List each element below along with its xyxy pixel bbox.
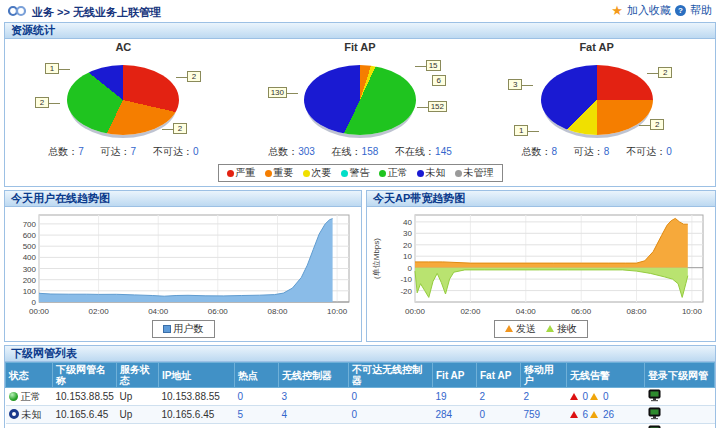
svg-text:08:00: 08:00 xyxy=(267,307,288,316)
svg-text:100: 100 xyxy=(23,287,37,296)
fit-ap-count-link[interactable]: 0 xyxy=(433,424,477,428)
nms-list-panel: 下级网管列表 状态下级网管名称服务状态IP地址热点无线控制器不可达无线控制器Fi… xyxy=(4,345,716,428)
svg-text:04:00: 04:00 xyxy=(148,307,169,316)
ac-slice-callout: 2 xyxy=(35,97,49,108)
major-alarm-icon xyxy=(590,393,598,400)
fat-ap-count-link[interactable]: 2 xyxy=(477,388,521,406)
major-alarm-count-link[interactable]: 26 xyxy=(603,409,614,420)
breadcrumb-separator: >> xyxy=(57,6,70,18)
ac-slice-callout: 2 xyxy=(173,123,187,134)
controller-count-link[interactable]: 3 xyxy=(279,388,349,406)
hotspot-count-link[interactable]: 5 xyxy=(235,406,279,424)
mobile-user-count-link[interactable]: 759 xyxy=(521,406,567,424)
critical-alarm-count-link[interactable]: 6 xyxy=(583,409,589,420)
status-cell: 未知 xyxy=(6,406,53,424)
unreachable-controller-count-link[interactable]: 0 xyxy=(349,424,433,428)
status-cell: 正常 xyxy=(6,424,53,428)
critical-alarm-count-link[interactable]: 0 xyxy=(583,391,589,402)
breadcrumb-root-link[interactable]: 业务 xyxy=(32,6,54,18)
nms-list-title: 下级网管列表 xyxy=(5,346,715,362)
svg-text:0: 0 xyxy=(32,298,37,307)
severity-dot-icon xyxy=(265,170,272,177)
svg-text:10:00: 10:00 xyxy=(682,307,703,316)
fat-ap-count-link[interactable]: 5 xyxy=(477,424,521,428)
svg-text:40: 40 xyxy=(403,218,412,227)
severity-legend: 严重重要次要警告正常未知未管理 xyxy=(218,164,503,182)
fat-ap-pie-title: Fat AP xyxy=(478,41,715,55)
login-nms-icon[interactable] xyxy=(648,407,662,420)
user-series-marker xyxy=(163,325,171,333)
svg-text:04:00: 04:00 xyxy=(516,307,537,316)
svg-text:00:00: 00:00 xyxy=(405,307,426,316)
major-alarm-count-link[interactable]: 0 xyxy=(603,391,609,402)
svg-text:06:00: 06:00 xyxy=(208,307,229,316)
resource-stats-title: 资源统计 xyxy=(5,23,715,39)
severity-dot-icon xyxy=(379,170,386,177)
hotspot-count-link[interactable]: 0 xyxy=(235,388,279,406)
mobile-user-count-link[interactable]: 2 xyxy=(521,424,567,428)
svg-text:08:00: 08:00 xyxy=(626,307,647,316)
nms-column-header: 热点 xyxy=(235,363,279,388)
breadcrumb: 业务 >> 无线业务上联管理 xyxy=(32,5,161,20)
nms-column-header: 移动用户 xyxy=(521,363,567,388)
controller-count-link[interactable]: 0 xyxy=(279,424,349,428)
ac-slice-callout: 1 xyxy=(45,63,59,74)
ip-address-cell: 10.165.6.45 xyxy=(159,406,235,424)
svg-text:02:00: 02:00 xyxy=(460,307,481,316)
fat-ap-slice-callout: 3 xyxy=(508,79,522,90)
nms-table: 状态下级网管名称服务状态IP地址热点无线控制器不可达无线控制器Fit APFat… xyxy=(5,362,715,428)
table-row: 正常L00541TUp10.153.128.4300005260 xyxy=(6,424,715,428)
rx-series-marker xyxy=(546,325,554,332)
severity-legend-item: 重要 xyxy=(265,166,294,180)
nms-column-header: 下级网管名称 xyxy=(53,363,117,388)
severity-dot-icon xyxy=(417,170,424,177)
svg-text:02:00: 02:00 xyxy=(89,307,110,316)
fit-ap-slice-callout: 152 xyxy=(428,101,447,112)
ac-pie-block: AC 2 2 2 1 总数：7 可达：7 不可达：0 xyxy=(5,41,242,161)
svg-text:0: 0 xyxy=(408,264,413,273)
ip-address-cell: 10.153.88.55 xyxy=(159,388,235,406)
table-row: 未知10.165.6.45Up10.165.6.455402840759626 xyxy=(6,406,715,424)
fat-ap-pie-chart xyxy=(541,65,653,135)
svg-text:300: 300 xyxy=(23,265,37,274)
nms-column-header: 服务状态 xyxy=(117,363,159,388)
mobile-user-count-link[interactable]: 2 xyxy=(521,388,567,406)
nms-name-cell: 10.165.6.45 xyxy=(53,406,117,424)
nms-name-cell: 10.153.88.55 xyxy=(53,388,117,406)
svg-text:700: 700 xyxy=(23,220,37,229)
svg-text:-10: -10 xyxy=(400,275,412,284)
status-ball-icon xyxy=(9,392,18,401)
svg-text:200: 200 xyxy=(23,276,37,285)
alarm-cell: 00 xyxy=(567,388,645,406)
svg-text:10:00: 10:00 xyxy=(327,307,348,316)
nms-column-header: 不可达无线控制器 xyxy=(349,363,433,388)
service-state-cell: Up xyxy=(117,388,159,406)
user-trend-chart: 010020030040050060070000:0002:0004:0006:… xyxy=(5,207,361,319)
svg-text:-20: -20 xyxy=(400,287,412,296)
unreachable-controller-count-link[interactable]: 0 xyxy=(349,388,433,406)
tx-series-marker xyxy=(505,325,513,332)
svg-text:500: 500 xyxy=(23,242,37,251)
severity-legend-item: 未知 xyxy=(417,166,446,180)
fit-ap-count-link[interactable]: 19 xyxy=(433,388,477,406)
nms-column-header: 登录下级网管 xyxy=(645,363,715,388)
nms-column-header: 状态 xyxy=(6,363,53,388)
fat-ap-stats: 总数：8 可达：8 不可达：0 xyxy=(478,145,715,161)
fit-ap-stats: 总数：303 在线：158 不在线：145 xyxy=(242,145,479,161)
user-trend-panel: 今天用户在线趋势图 010020030040050060070000:0002:… xyxy=(4,190,362,342)
add-favorite-link[interactable]: 加入收藏 xyxy=(627,3,671,18)
table-row: 正常10.153.88.55Up10.153.88.55030192200 xyxy=(6,388,715,406)
fit-ap-pie-chart xyxy=(304,65,416,135)
svg-text:(单位Mbps): (单位Mbps) xyxy=(372,238,381,279)
login-nms-icon[interactable] xyxy=(648,389,662,402)
bandwidth-trend-chart: -20-1001020304000:0002:0004:0006:0008:00… xyxy=(367,207,715,319)
alarm-cell: 60 xyxy=(567,424,645,428)
nms-column-header: 无线告警 xyxy=(567,363,645,388)
help-link[interactable]: 帮助 xyxy=(690,3,712,18)
unreachable-controller-count-link[interactable]: 0 xyxy=(349,406,433,424)
nms-column-header: 无线控制器 xyxy=(279,363,349,388)
fit-ap-count-link[interactable]: 284 xyxy=(433,406,477,424)
fat-ap-count-link[interactable]: 0 xyxy=(477,406,521,424)
controller-count-link[interactable]: 4 xyxy=(279,406,349,424)
hotspot-count-link[interactable]: 0 xyxy=(235,424,279,428)
